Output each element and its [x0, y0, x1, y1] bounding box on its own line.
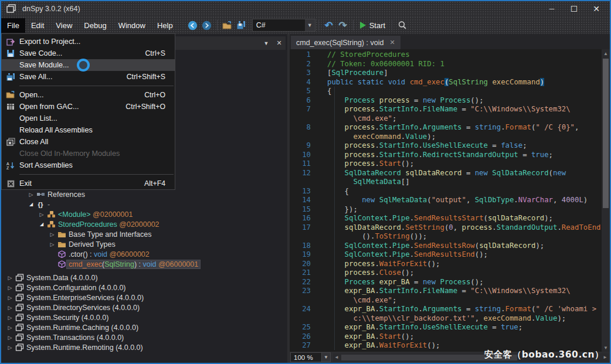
tree-row[interactable]: ▷System.Runtime.Remoting (4.0.0.0): [1, 342, 287, 352]
close-icon[interactable]: ✕: [389, 39, 395, 46]
menu-edit[interactable]: Edit: [25, 18, 50, 33]
file-menu-item-save-module[interactable]: Save Module...: [2, 59, 175, 71]
close-icon[interactable]: ✕: [585, 1, 607, 16]
file-menu-dropdown: Export to Project...Save Code...Ctrl+SSa…: [1, 33, 175, 190]
chevron-down-icon[interactable]: ▼: [305, 19, 315, 31]
file-menu-item-open-list[interactable]: Open List...: [2, 113, 175, 124]
vertical-scroll-thumb[interactable]: [603, 59, 609, 208]
file-menu-item-reload-all-assemblies[interactable]: Reload All Assemblies: [2, 124, 175, 136]
expander-collapsed-icon[interactable]: ▷: [48, 232, 56, 237]
line-number: 6: [290, 96, 320, 106]
expander-expanded-icon[interactable]: ◢: [38, 222, 46, 227]
code-editor-pane: cmd_exec(SqlString) : void ✕ 1// StoredP…: [290, 34, 610, 363]
code-line-1: 1// StoredProcedures: [290, 50, 602, 60]
zoom-level-combo[interactable]: 100 %: [290, 352, 322, 362]
tree-row[interactable]: cmd_exec(SqlString) : void @06000001: [1, 259, 287, 269]
scroll-left-icon[interactable]: ◄: [333, 353, 340, 362]
start-button[interactable]: Start: [357, 19, 389, 32]
expander-collapsed-icon[interactable]: ▷: [27, 192, 35, 198]
navigate-forward-icon[interactable]: [200, 18, 214, 32]
tree-row[interactable]: ▷References: [1, 189, 287, 199]
line-number: 3: [290, 69, 320, 78]
file-menu-item-close-all[interactable]: Close All: [2, 136, 175, 148]
tree-row[interactable]: ▷<Module> @02000001: [1, 209, 287, 219]
code-line-20: 20process.WaitForExit();: [290, 260, 602, 269]
file-menu-item-save-all[interactable]: Save All...Ctrl+Shift+S: [2, 71, 175, 83]
expander-collapsed-icon[interactable]: ▷: [48, 241, 56, 247]
line-number: 9: [290, 141, 320, 151]
file-menu-item-open-from-gac[interactable]: Open from GAC...Ctrl+Shift+O: [2, 101, 175, 113]
tab-cmd-exec[interactable]: cmd_exec(SqlString) : void ✕: [291, 36, 400, 49]
save-all-icon[interactable]: [235, 18, 249, 32]
tree-row-label: System.Security (4.0.0.0): [25, 314, 110, 322]
tree-row[interactable]: .ctor() : void @06000002: [1, 249, 287, 259]
code-editor[interactable]: 1// StoredProcedures2// Token: 0x0600000…: [290, 49, 602, 352]
file-menu-item-exit[interactable]: ExitAlt+F4: [2, 178, 175, 189]
folder-icon: [56, 241, 67, 248]
expander-collapsed-icon[interactable]: ▷: [6, 305, 14, 311]
file-menu-item-open[interactable]: Open...Ctrl+O: [2, 89, 175, 101]
menu-toolbar-row: FileEditViewDebugWindowHelp C# ▼ ↶ ↷ Sta…: [1, 16, 610, 34]
tree-row[interactable]: ▷System.EnterpriseServices (4.0.0.0): [1, 292, 287, 302]
code-line-4: 4public static void cmd_exec(SqlString e…: [290, 78, 602, 87]
code-line-6: 6Process process = new Process();: [290, 96, 602, 106]
file-menu-item-sort-assemblies[interactable]: AZSort Assemblies: [2, 159, 175, 171]
expander-collapsed-icon[interactable]: ▷: [6, 315, 14, 321]
navigate-back-icon[interactable]: [186, 18, 200, 32]
tab-label: cmd_exec(SqlString) : void: [296, 39, 383, 47]
expander-collapsed-icon[interactable]: ▷: [6, 325, 14, 331]
redo-icon[interactable]: ↷: [336, 18, 350, 32]
menu-item-label: Exit: [19, 179, 144, 188]
close-icon[interactable]: ✕: [273, 38, 286, 49]
code-line-24: 24expr_BA.StartInfo.Arguments = string.F…: [290, 305, 602, 314]
open-folder-icon[interactable]: [220, 18, 235, 32]
code-line-11: 11process.Start();: [290, 159, 602, 169]
scroll-up-icon[interactable]: ▲: [602, 49, 610, 57]
tree-row[interactable]: ▷System.Configuration (4.0.0.0): [1, 283, 287, 292]
menu-help[interactable]: Help: [151, 18, 179, 33]
file-menu-item-export-to-project[interactable]: Export to Project...: [2, 36, 175, 47]
tree-row[interactable]: ▷Derived Types: [1, 239, 287, 249]
expander-collapsed-icon[interactable]: ▷: [6, 275, 14, 281]
expander-collapsed-icon[interactable]: ▷: [6, 335, 14, 341]
tree-row[interactable]: ◢StoredProcedures @02000002: [1, 219, 287, 229]
vertical-scrollbar[interactable]: ▲ ▼: [602, 49, 610, 352]
menu-item-shortcut: Ctrl+Shift+O: [125, 103, 175, 111]
menu-item-label: Close Old In-Memory Modules: [19, 149, 165, 158]
code-line-14: 14new SqlMetaData("output", SqlDbType.NV…: [290, 196, 602, 205]
code-line-26: 26expr_BA.Start();: [290, 332, 602, 342]
tree-row-label: <Module> @02000001: [56, 210, 134, 219]
chevron-down-icon[interactable]: ▼: [260, 38, 273, 49]
expander-collapsed-icon[interactable]: ▷: [6, 345, 14, 351]
expander-collapsed-icon[interactable]: ▷: [6, 295, 14, 301]
code-line-wrap: c:\\temp\\clr_backdoor.txt'", execComman…: [290, 314, 602, 324]
menu-view[interactable]: View: [50, 18, 78, 33]
sort-icon: AZ: [2, 161, 19, 169]
expander-collapsed-icon[interactable]: ▷: [38, 212, 46, 217]
menu-item-label: Save Module...: [19, 61, 165, 69]
tree-row[interactable]: ▷Base Type and Interfaces: [1, 229, 287, 239]
search-icon[interactable]: [395, 18, 409, 32]
open-folder-icon: [2, 91, 19, 99]
tree-row[interactable]: ▷System.Data (4.0.0.0): [1, 273, 287, 283]
language-combo[interactable]: C# ▼: [252, 19, 315, 32]
tree-row[interactable]: ▷System.Runtime.Caching (4.0.0.0): [1, 322, 287, 332]
expander-expanded-icon[interactable]: ◢: [27, 202, 35, 207]
minimize-icon[interactable]: ─: [541, 1, 563, 16]
tree-row[interactable]: ▷System.Security (4.0.0.0): [1, 312, 287, 322]
menu-file[interactable]: File: [1, 18, 25, 33]
chevron-down-icon[interactable]: ▼: [322, 352, 331, 362]
tree-row[interactable]: ◢{}-: [1, 199, 287, 209]
menu-debug[interactable]: Debug: [78, 18, 112, 33]
tree-row[interactable]: ▷System.DirectoryServices (4.0.0.0): [1, 302, 287, 312]
line-number: 14: [290, 196, 320, 205]
tree-row[interactable]: ▷System.Transactions (4.0.0.0): [1, 332, 287, 342]
title-bar[interactable]: dnSpy 3.0.2 (x64) ─ ☐ ✕: [1, 1, 610, 16]
line-number: [290, 232, 320, 241]
code-line-23: 23expr_BA.StartInfo.FileName = "C:\\Wind…: [290, 287, 602, 296]
undo-icon[interactable]: ↶: [322, 18, 336, 32]
menu-window[interactable]: Window: [113, 18, 151, 33]
expander-collapsed-icon[interactable]: ▷: [6, 285, 14, 291]
file-menu-item-save-code[interactable]: Save Code...Ctrl+S: [2, 47, 175, 59]
maximize-icon[interactable]: ☐: [563, 1, 585, 16]
